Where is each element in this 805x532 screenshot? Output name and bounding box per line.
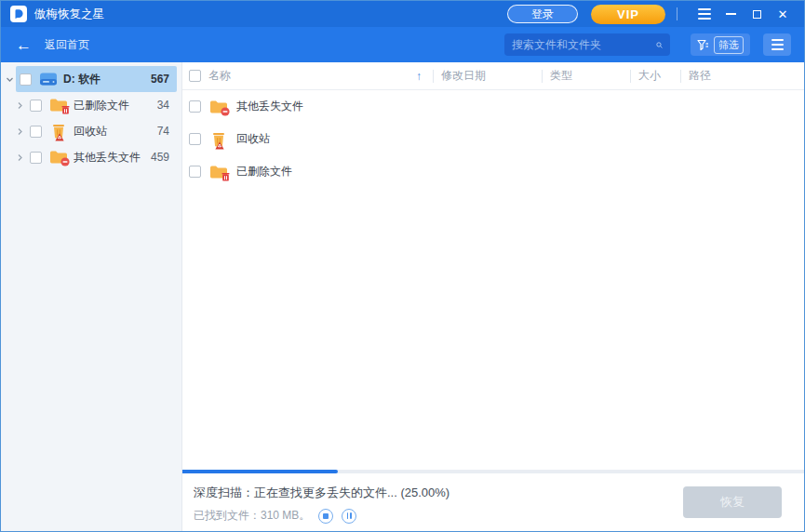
table-row-other-lost-files[interactable]: 其他丢失文件 [182, 90, 804, 123]
row-checkbox[interactable] [189, 133, 201, 145]
found-files-text: 已找到文件：310 MB。 [194, 508, 310, 524]
sidebar-item-label: D: 软件 [63, 72, 151, 87]
folder-lost-icon [209, 100, 228, 114]
recycle-bin-checkbox[interactable] [30, 126, 42, 138]
chevron-down-icon[interactable] [3, 75, 16, 84]
pause-scan-button[interactable] [342, 509, 356, 524]
stop-icon [323, 513, 329, 519]
sidebar-item-label: 回收站 [74, 124, 157, 140]
table-header: 名称 ↑ 修改日期 类型 大小 路径 [182, 62, 804, 90]
view-menu-button[interactable] [763, 33, 791, 56]
back-arrow-icon[interactable]: ← [16, 37, 32, 53]
hamburger-icon [771, 39, 784, 50]
deleted-files-checkbox[interactable] [30, 100, 42, 112]
sidebar-tree: D: 软件 567 已删除文件 34 [1, 62, 182, 531]
table-row-recycle-bin[interactable]: 回收站 [182, 123, 804, 155]
drive-d-checkbox[interactable] [20, 73, 32, 86]
back-home-link[interactable]: 返回首页 [45, 37, 89, 53]
sidebar-item-label: 其他丢失文件 [74, 150, 151, 166]
file-list-panel: 名称 ↑ 修改日期 类型 大小 路径 其他丢失文件 [182, 62, 804, 531]
sidebar-item-deleted-files[interactable]: 已删除文件 34 [1, 92, 181, 118]
minimize-button[interactable] [720, 4, 741, 24]
pause-icon [347, 512, 353, 519]
row-checkbox[interactable] [189, 100, 201, 113]
row-label: 回收站 [236, 131, 270, 147]
sidebar-item-count: 74 [157, 125, 169, 138]
recover-button[interactable]: 恢复 [683, 486, 782, 518]
funnel-icon [697, 39, 709, 51]
file-rows: 其他丢失文件 回收站 已删除文件 [182, 90, 804, 470]
row-checkbox[interactable] [189, 166, 201, 178]
column-header-size[interactable]: 大小 [630, 62, 680, 89]
filter-label: 筛选 [714, 36, 744, 54]
close-button[interactable]: ✕ [772, 4, 793, 24]
folder-lost-icon [49, 150, 68, 165]
recycle-bin-icon [49, 124, 68, 139]
select-all-checkbox[interactable] [189, 70, 201, 82]
app-window: 傲梅恢复之星 登录 VIP ✕ ← 返回首页 筛选 [0, 0, 805, 532]
content-area: D: 软件 567 已删除文件 34 [1, 62, 804, 531]
recycle-bin-icon [209, 132, 228, 147]
chevron-right-icon[interactable] [13, 127, 26, 136]
sidebar-item-label: 已删除文件 [74, 98, 157, 113]
sidebar-item-recycle-bin[interactable]: 回收站 74 [1, 118, 181, 144]
search-input[interactable] [512, 38, 656, 51]
chevron-right-icon[interactable] [13, 101, 26, 110]
column-header-path[interactable]: 路径 [680, 62, 804, 89]
sidebar-item-count: 34 [157, 99, 169, 112]
sidebar-item-count: 567 [151, 73, 169, 86]
table-row-deleted-files[interactable]: 已删除文件 [182, 155, 804, 188]
sidebar-item-count: 459 [151, 151, 169, 164]
maximize-button[interactable] [746, 4, 767, 24]
titlebar-separator [677, 7, 678, 20]
app-title: 傲梅恢复之星 [34, 7, 104, 22]
sidebar-item-drive-d[interactable]: D: 软件 567 [1, 66, 181, 92]
title-bar: 傲梅恢复之星 登录 VIP ✕ [1, 1, 804, 27]
sort-ascending-icon[interactable]: ↑ [416, 70, 422, 83]
column-header-type[interactable]: 类型 [542, 62, 630, 89]
search-box[interactable] [504, 33, 670, 56]
sidebar-item-other-lost-files[interactable]: 其他丢失文件 459 [1, 144, 181, 170]
column-header-name[interactable]: 名称 ↑ [182, 62, 433, 89]
row-label: 其他丢失文件 [236, 99, 303, 114]
app-logo-icon [10, 6, 27, 22]
column-label-name: 名称 [208, 68, 231, 84]
column-header-date[interactable]: 修改日期 [433, 62, 542, 89]
other-lost-files-checkbox[interactable] [30, 152, 42, 164]
vip-button[interactable]: VIP [591, 5, 665, 24]
app-menu-icon[interactable] [694, 4, 715, 24]
status-footer: 深度扫描：正在查找更多丢失的文件... (25.00%) 已找到文件：310 M… [182, 473, 804, 531]
stop-scan-button[interactable] [318, 509, 333, 524]
login-button[interactable]: 登录 [507, 5, 578, 23]
folder-deleted-icon [49, 98, 68, 113]
folder-deleted-icon [209, 165, 228, 180]
drive-icon [39, 72, 58, 86]
chevron-right-icon[interactable] [13, 153, 26, 162]
filter-button[interactable]: 筛选 [691, 33, 750, 56]
row-label: 已删除文件 [236, 164, 292, 180]
search-icon [656, 39, 663, 51]
nav-bar: ← 返回首页 筛选 [1, 27, 804, 62]
